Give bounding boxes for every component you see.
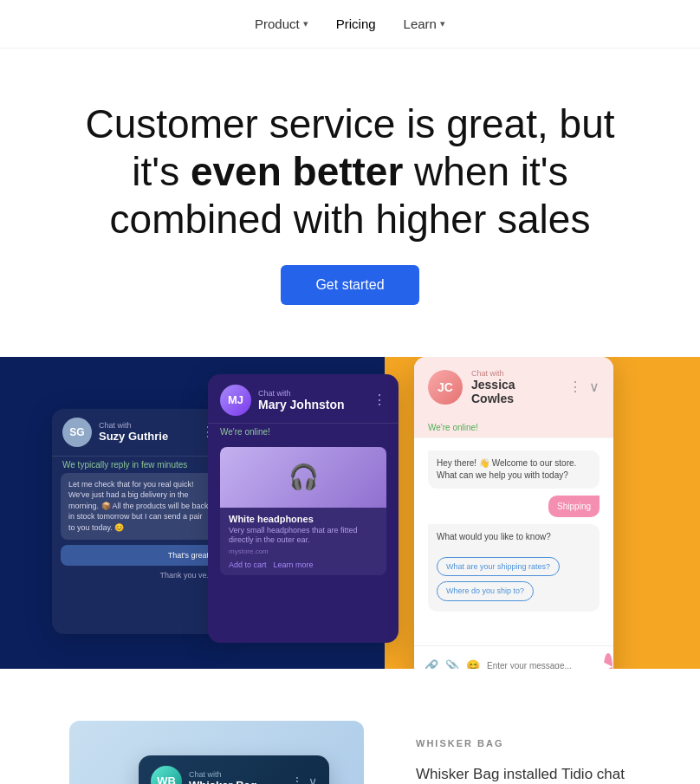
chat-card-jessica: JC Chat with Jessica Cowles ⋮ ∨ We're on…	[414, 357, 613, 669]
pricing-label: Pricing	[336, 16, 376, 31]
suzy-msg1: Let me check that for you real quick! We…	[61, 473, 217, 540]
suzy-name: Suzy Guthrie	[99, 430, 168, 443]
avatar-whisker-bag: WB	[151, 766, 182, 784]
jessica-name: Jessica Cowles	[471, 378, 560, 405]
product-chevron-icon: ▾	[303, 18, 308, 29]
lower-text-section: WHISKER BAG Whisker Bag installed Tidio …	[416, 721, 631, 784]
avatar-mary: MJ	[220, 385, 251, 416]
mary-menu-icon[interactable]: ⋮	[373, 392, 386, 408]
product-site: mystore.com	[229, 548, 378, 555]
wb-collapse-icon[interactable]: ∨	[308, 774, 317, 784]
product-card: 🎧 White headphones Very small headphones…	[220, 447, 386, 575]
mary-online-status: We're online!	[208, 423, 399, 440]
suzy-msg-out2: Thank you ve...	[61, 571, 217, 580]
send-button[interactable]: ▶	[604, 653, 612, 669]
jessica-input-row: 🔗 📎 😊 ▶	[414, 645, 613, 669]
mary-chat-with: Chat with	[258, 389, 345, 398]
attachment-icon[interactable]: 🔗	[425, 659, 438, 669]
lower-description: Whisker Bag installed Tidio chat to get …	[416, 762, 631, 784]
product-image: 🎧	[220, 447, 386, 508]
suzy-chat-with: Chat with	[99, 421, 168, 430]
chat-card-mary: MJ Chat with Mary Johnston ⋮ We're onlin…	[208, 374, 399, 643]
avatar-jessica: JC	[428, 370, 463, 405]
jessica-message-input[interactable]	[487, 661, 597, 669]
wb-name: Whisker Bag	[189, 779, 257, 784]
jessica-chat-body: Hey there! 👋 Welcome to our store. What …	[414, 438, 613, 631]
image-attach-icon[interactable]: 📎	[445, 659, 459, 669]
product-name: White headphones	[229, 514, 378, 524]
pricing-menu[interactable]: Pricing	[336, 16, 376, 31]
learn-label: Learn	[404, 16, 437, 31]
whisker-bag-image: WB Chat with Whisker Bag ⋮ ∨ We're onlin…	[69, 721, 364, 784]
product-menu[interactable]: Product ▾	[255, 16, 308, 31]
jessica-chat-with: Chat with	[471, 369, 560, 378]
jessica-header: JC Chat with Jessica Cowles ⋮ ∨	[414, 357, 613, 418]
jessica-msg2: What would you like to know? What are yo…	[428, 524, 600, 612]
wb-chat-with: Chat with	[189, 770, 257, 779]
jessica-collapse-icon[interactable]: ∨	[589, 379, 600, 395]
emoji-icon[interactable]: 😊	[466, 659, 480, 669]
get-started-button[interactable]: Get started	[281, 265, 418, 305]
chat-card-suzy: SG Chat with Suzy Guthrie ⋮ We typically…	[52, 409, 225, 634]
hero-section: Customer service is great, but it's even…	[0, 49, 700, 340]
add-to-cart-button[interactable]: Add to cart	[229, 560, 267, 569]
jessica-msg-out: Shipping	[548, 496, 600, 517]
whisker-bag-chat-card: WB Chat with Whisker Bag ⋮ ∨ We're onlin…	[139, 755, 329, 784]
jessica-online-status: We're online!	[414, 418, 613, 438]
learn-more-button[interactable]: Learn more	[274, 560, 314, 569]
hero-heading: Customer service is great, but it's even…	[69, 100, 631, 244]
product-desc: Very small headphones that are fitted di…	[229, 526, 378, 546]
ship-to-button[interactable]: Where do you ship to?	[437, 581, 534, 601]
brand-label: WHISKER BAG	[416, 738, 631, 748]
jessica-msg1: Hey there! 👋 Welcome to our store. What …	[428, 450, 600, 489]
suzy-msg-out: That's great	[61, 545, 217, 567]
navigation: Product ▾ Pricing Learn ▾	[0, 0, 700, 49]
learn-menu[interactable]: Learn ▾	[404, 16, 445, 31]
lower-section: WB Chat with Whisker Bag ⋮ ∨ We're onlin…	[0, 669, 700, 784]
avatar-suzy: SG	[62, 418, 92, 447]
learn-chevron-icon: ▾	[440, 18, 445, 29]
headphones-icon: 🎧	[288, 463, 319, 491]
jessica-more-icon[interactable]: ⋮	[568, 379, 582, 395]
shipping-rates-button[interactable]: What are your shipping rates?	[437, 557, 560, 577]
wb-more-icon[interactable]: ⋮	[291, 774, 303, 784]
suzy-online-status: We typically reply in few minutes	[52, 456, 225, 473]
mary-name: Mary Johnston	[258, 398, 345, 411]
product-label: Product	[255, 16, 300, 31]
chat-showcase: SG Chat with Suzy Guthrie ⋮ We typically…	[0, 357, 700, 669]
